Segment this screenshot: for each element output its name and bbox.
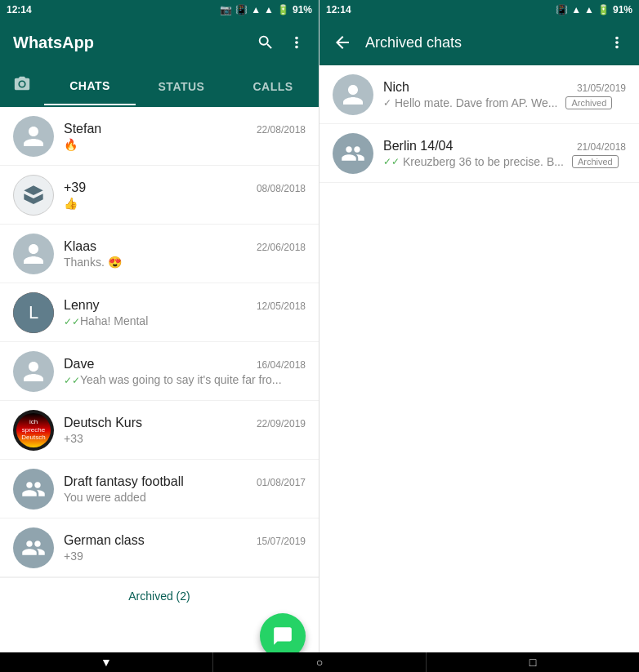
- chat-preview-plus39: 👍: [64, 197, 306, 210]
- left-app-bar: WhatsApp: [0, 20, 319, 65]
- archived-more-icon: [608, 33, 626, 51]
- avatar-lenny: L: [13, 292, 54, 333]
- nav-home[interactable]: ○: [212, 652, 427, 672]
- chat-item-lenny[interactable]: L Lenny 12/05/2018 ✓✓Haha! Mental: [0, 283, 319, 342]
- chat-preview-german-class: +39: [64, 550, 306, 563]
- back-button[interactable]: [333, 33, 352, 52]
- more-options-button[interactable]: [288, 33, 306, 51]
- archived-chat-content-nich: Nich 31/05/2019 ✓ Hello mate. Dave from …: [383, 80, 626, 109]
- archived-chat-name-nich: Nich: [383, 80, 409, 95]
- avatar-berlin: [333, 133, 373, 174]
- left-status-bar: 12:14 📷 📳 ▲ ▲ 🔋 91%: [0, 0, 319, 20]
- chat-content-draft-fantasy: Draft fantasy football 01/08/2017 You we…: [64, 474, 306, 504]
- archived-chat-item-berlin[interactable]: Berlin 14/04 21/04/2018 ✓✓ Kreuzberg 36 …: [320, 124, 639, 183]
- chat-item-plus39[interactable]: +39 08/08/2018 👍: [0, 166, 319, 225]
- chat-date-deutsch-kurs: 22/09/2019: [257, 418, 306, 429]
- search-button[interactable]: [257, 33, 275, 51]
- svg-text:L: L: [29, 302, 38, 323]
- archived-chat-list: Nich 31/05/2019 ✓ Hello mate. Dave from …: [320, 65, 639, 672]
- chat-preview-dave: ✓✓Yeah was going to say it's quite far f…: [64, 373, 306, 386]
- archived-app-bar: Archived chats: [320, 20, 639, 65]
- archived-chat-item-nich[interactable]: Nich 31/05/2019 ✓ Hello mate. Dave from …: [320, 65, 639, 124]
- search-icon: [257, 33, 275, 51]
- right-signal-icon: ▲: [571, 4, 581, 16]
- chat-content-stefan: Stefan 22/08/2018 🔥: [64, 122, 306, 151]
- archived-badge-berlin: Archived: [572, 155, 619, 168]
- app-title: WhatsApp: [13, 33, 94, 52]
- camera-status-icon: 📷: [220, 4, 232, 16]
- avatar-dave: [13, 351, 54, 392]
- avatar-german-class: [13, 527, 54, 568]
- camera-tab[interactable]: [0, 65, 44, 107]
- chat-content-klaas: Klaas 22/06/2018 Thanks. 😍: [64, 239, 306, 269]
- left-battery: 91%: [293, 4, 312, 16]
- chat-name-dave: Dave: [64, 357, 94, 372]
- avatar-draft-fantasy: [13, 469, 54, 510]
- right-time: 12:14: [326, 4, 351, 16]
- chat-date-draft-fantasy: 01/08/2017: [257, 477, 306, 488]
- chat-date-dave: 16/04/2018: [257, 359, 306, 371]
- right-wifi-icon: ▲: [584, 4, 594, 16]
- archived-more-button[interactable]: [608, 33, 626, 51]
- wifi-icon: ▲: [264, 4, 274, 16]
- chat-content-dave: Dave 16/04/2018 ✓✓Yeah was going to say …: [64, 357, 306, 386]
- archived-badge-nich: Archived: [565, 96, 612, 109]
- chat-list: Stefan 22/08/2018 🔥 +39 08/08/2018: [0, 107, 319, 672]
- chat-content-deutsch-kurs: Deutsch Kurs 22/09/2019 +33: [64, 416, 306, 445]
- chat-date-plus39: 08/08/2018: [257, 183, 306, 194]
- tab-bar: CHATS STATUS CALLS: [0, 65, 319, 107]
- right-battery-text: 91%: [613, 4, 632, 16]
- archived-chat-preview-nich: ✓ Hello mate. Dave from AP. We... Archiv…: [383, 96, 626, 109]
- chat-name-plus39: +39: [64, 180, 86, 195]
- chat-item-deutsch-kurs[interactable]: ichsprecheDeutsch Deutsch Kurs 22/09/201…: [0, 401, 319, 460]
- nav-back[interactable]: ▼: [0, 652, 212, 672]
- chat-content-german-class: German class 15/07/2019 +39: [64, 533, 306, 563]
- chat-content-lenny: Lenny 12/05/2018 ✓✓Haha! Mental: [64, 298, 306, 327]
- nav-recent[interactable]: □: [427, 652, 639, 672]
- chat-item-klaas[interactable]: Klaas 22/06/2018 Thanks. 😍: [0, 225, 319, 283]
- right-panel: 12:14 📳 ▲ ▲ 🔋 91% Archived chats: [320, 0, 639, 672]
- chat-item-stefan[interactable]: Stefan 22/08/2018 🔥: [0, 107, 319, 166]
- camera-icon: [13, 75, 31, 93]
- battery-icon: 🔋: [277, 4, 289, 16]
- chat-item-dave[interactable]: Dave 16/04/2018 ✓✓Yeah was going to say …: [0, 342, 319, 401]
- archived-chat-preview-berlin: ✓✓ Kreuzberg 36 to be precise. B... Arch…: [383, 155, 626, 168]
- tab-status[interactable]: STATUS: [136, 69, 227, 105]
- more-vert-icon: [288, 33, 306, 51]
- archived-title: Archived chats: [365, 34, 595, 51]
- vibrate-icon: 📳: [235, 4, 248, 16]
- right-battery-icon: 🔋: [597, 4, 610, 16]
- compose-icon: [272, 625, 293, 647]
- chat-name-draft-fantasy: Draft fantasy football: [64, 474, 184, 489]
- chat-content-plus39: +39 08/08/2018 👍: [64, 180, 306, 210]
- archived-chat-date-berlin: 21/04/2018: [577, 141, 626, 153]
- archived-chat-content-berlin: Berlin 14/04 21/04/2018 ✓✓ Kreuzberg 36 …: [383, 139, 626, 168]
- chat-item-german-class[interactable]: German class 15/07/2019 +39: [0, 518, 319, 577]
- chat-date-klaas: 22/06/2018: [257, 242, 306, 253]
- chat-date-german-class: 15/07/2019: [257, 536, 306, 547]
- left-panel: 12:14 📷 📳 ▲ ▲ 🔋 91% WhatsApp: [0, 0, 320, 672]
- avatar-stefan: [13, 116, 54, 157]
- avatar-nich: [333, 74, 373, 115]
- chat-date-stefan: 22/08/2018: [257, 124, 306, 136]
- avatar-deutsch-kurs: ichsprecheDeutsch: [13, 410, 54, 451]
- chat-preview-klaas: Thanks. 😍: [64, 256, 306, 269]
- chat-name-german-class: German class: [64, 533, 145, 548]
- archived-footer[interactable]: Archived (2): [0, 577, 319, 614]
- chat-preview-stefan: 🔥: [64, 138, 306, 151]
- tab-chats[interactable]: CHATS: [44, 68, 136, 105]
- back-icon: [333, 33, 352, 52]
- chat-preview-deutsch-kurs: +33: [64, 432, 306, 445]
- right-status-bar: 12:14 📳 ▲ ▲ 🔋 91%: [320, 0, 639, 20]
- archived-label: Archived (2): [128, 590, 190, 603]
- left-time: 12:14: [7, 4, 32, 16]
- left-status-icons: 📷 📳 ▲ ▲ 🔋 91%: [220, 4, 312, 16]
- chat-name-stefan: Stefan: [64, 122, 101, 136]
- avatar-plus39: [13, 175, 54, 216]
- signal-icon: ▲: [251, 4, 261, 16]
- archived-chat-date-nich: 31/05/2019: [577, 82, 626, 94]
- right-status-icons: 📳 ▲ ▲ 🔋 91%: [556, 4, 632, 16]
- chat-item-draft-fantasy[interactable]: Draft fantasy football 01/08/2017 You we…: [0, 460, 319, 518]
- tab-calls[interactable]: CALLS: [227, 69, 319, 105]
- archived-chat-name-berlin: Berlin 14/04: [383, 139, 453, 154]
